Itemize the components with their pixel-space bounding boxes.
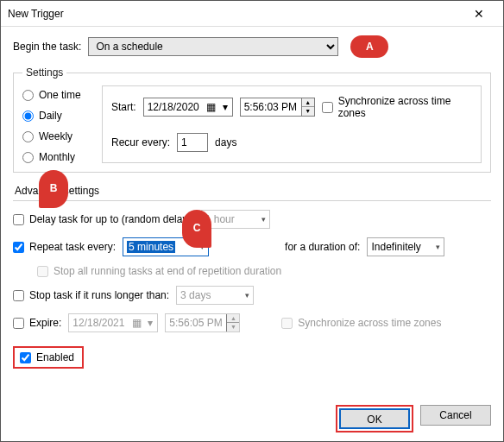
enabled-checkbox[interactable]: Enabled (20, 351, 77, 363)
calendar-icon[interactable]: ▦ (205, 101, 218, 113)
callout-b: B (39, 170, 68, 208)
repeat-checkbox[interactable]: Repeat task every: (13, 241, 116, 253)
chevron-down-icon: ▾ (261, 215, 266, 224)
callout-a: A (350, 35, 388, 58)
spin-down-icon[interactable]: ▼ (302, 107, 314, 116)
duration-combo[interactable]: Indefinitely▾ (367, 237, 444, 256)
expire-checkbox[interactable]: Expire: (13, 317, 61, 329)
begin-task-select[interactable]: On a schedule (88, 37, 338, 56)
spin-up-icon: ▲ (227, 314, 239, 323)
delay-checkbox[interactable]: Delay task for up to (random delay): (13, 213, 194, 225)
expire-time-picker: ▲▼ (165, 313, 240, 332)
start-time-picker[interactable]: ▲▼ (240, 98, 315, 117)
radio-weekly[interactable]: Weekly (22, 130, 91, 142)
begin-task-label: Begin the task: (13, 41, 81, 53)
sync-tz2-checkbox: Synchronize across time zones (281, 317, 441, 329)
stop-all-checkbox: Stop all running tasks at end of repetit… (37, 265, 281, 277)
settings-fieldset: Settings One time Daily Weekly Monthly S… (13, 66, 491, 173)
recur-unit: days (215, 136, 236, 148)
sync-tz-checkbox[interactable]: Synchronize across time zones (322, 95, 472, 119)
stop-if-combo: 3 days▾ (176, 286, 254, 305)
chevron-down-icon: ▾ (143, 317, 157, 329)
radio-daily[interactable]: Daily (22, 110, 91, 122)
settings-legend: Settings (22, 66, 66, 79)
radio-monthly[interactable]: Monthly (22, 151, 91, 163)
expire-date-picker: ▦ ▾ (68, 313, 158, 332)
advanced-title: Advanced settings (15, 185, 491, 197)
start-date-picker[interactable]: ▦ ▾ (143, 98, 233, 117)
expire-time-input (166, 314, 226, 332)
duration-label: for a duration of: (285, 241, 360, 253)
chevron-down-icon: ▾ (245, 291, 249, 300)
chevron-down-icon[interactable]: ▾ (218, 101, 232, 113)
radio-one-time[interactable]: One time (22, 89, 91, 101)
expire-date-input (69, 314, 129, 332)
recur-label: Recur every: (111, 136, 170, 148)
start-date-input[interactable] (144, 98, 205, 116)
cancel-button[interactable]: Cancel (420, 405, 491, 426)
ok-button[interactable]: OK (339, 408, 410, 429)
recur-input[interactable] (177, 133, 208, 152)
window-title: New Trigger (8, 8, 462, 20)
close-button[interactable]: ✕ (462, 2, 496, 26)
spin-down-icon: ▼ (227, 323, 239, 332)
calendar-icon: ▦ (129, 317, 143, 329)
stop-if-checkbox[interactable]: Stop task if it runs longer than: (13, 289, 169, 301)
start-time-input[interactable] (241, 98, 301, 116)
callout-c: C (182, 210, 211, 248)
spin-up-icon[interactable]: ▲ (302, 98, 314, 107)
chevron-down-icon[interactable]: ▾ (436, 243, 440, 251)
start-label: Start: (111, 101, 136, 113)
